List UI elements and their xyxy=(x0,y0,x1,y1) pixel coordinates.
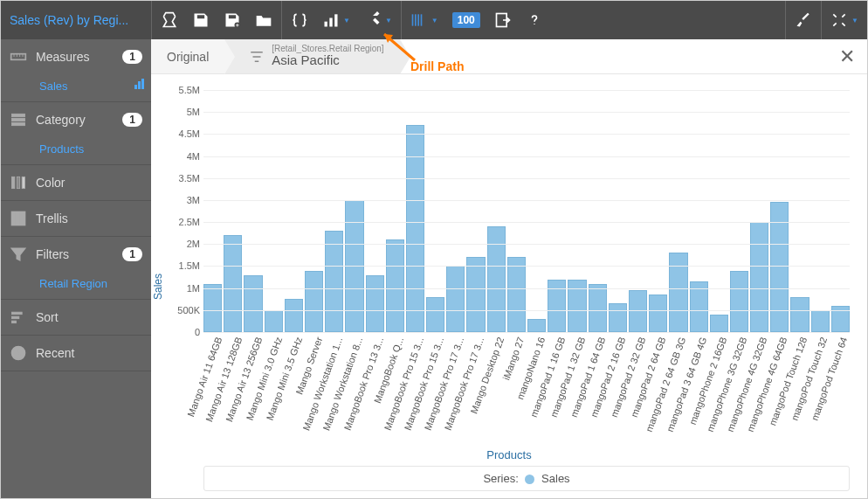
filters-item-region[interactable]: Retail Region xyxy=(1,272,151,299)
filters-panel-header[interactable]: Filters 1 xyxy=(1,237,151,272)
help-icon[interactable] xyxy=(526,11,543,29)
breadcrumb-drill[interactable]: [Retail_Stores.Retail Region] Asia Pacif… xyxy=(224,39,399,73)
bar[interactable] xyxy=(224,235,242,332)
tools-icon[interactable]: ▼ xyxy=(364,11,392,29)
sort-panel-header[interactable]: Sort xyxy=(1,300,151,335)
save-icon[interactable] xyxy=(192,11,210,29)
svg-rect-22 xyxy=(12,321,17,323)
x-axis-labels: Mango Air 11 64GBMango Air 13 128GBMango… xyxy=(203,332,850,437)
color-panel-header[interactable]: Color xyxy=(1,165,151,200)
bar[interactable] xyxy=(487,226,506,332)
bar[interactable] xyxy=(527,319,546,332)
save-as-icon[interactable] xyxy=(224,11,241,29)
legend-swatch xyxy=(525,475,534,484)
y-tick: 4M xyxy=(169,151,200,162)
export-icon[interactable] xyxy=(494,11,512,29)
bar[interactable] xyxy=(811,310,830,332)
recent-label: Recent xyxy=(36,346,142,360)
svg-rect-20 xyxy=(12,312,23,315)
y-tick: 1M xyxy=(169,283,200,294)
y-axis-title: Sales xyxy=(152,273,164,299)
bar[interactable] xyxy=(507,257,526,332)
y-tick: 0 xyxy=(169,327,200,337)
funnel-icon xyxy=(10,246,27,263)
svg-rect-5 xyxy=(415,14,417,25)
bar[interactable] xyxy=(690,281,708,332)
measures-count-badge: 1 xyxy=(122,50,142,64)
y-tick: 5.5M xyxy=(169,85,200,95)
sort-label: Sort xyxy=(36,310,142,324)
bar[interactable] xyxy=(366,275,384,332)
svg-rect-16 xyxy=(12,177,15,188)
bar[interactable] xyxy=(790,297,809,332)
svg-rect-19 xyxy=(12,212,25,225)
bar[interactable] xyxy=(386,239,404,332)
bar[interactable] xyxy=(305,271,323,333)
bar[interactable] xyxy=(730,271,748,333)
bar[interactable] xyxy=(466,257,485,332)
sampling-icon[interactable]: ▼ xyxy=(410,11,438,29)
svg-rect-12 xyxy=(141,79,144,89)
bar[interactable] xyxy=(750,222,768,332)
svg-rect-15 xyxy=(12,122,25,125)
svg-rect-13 xyxy=(12,114,25,116)
bar[interactable] xyxy=(649,295,667,332)
y-tick: 5M xyxy=(169,107,200,117)
chart-type-icon[interactable]: ▼ xyxy=(322,11,350,29)
brush-icon[interactable] xyxy=(795,11,812,29)
trellis-label: Trellis xyxy=(36,211,142,225)
bar[interactable] xyxy=(285,299,303,332)
svg-rect-18 xyxy=(22,177,24,188)
app-title: Sales (Rev) by Regi... xyxy=(1,13,151,27)
svg-rect-10 xyxy=(134,85,137,89)
measures-panel-header[interactable]: Measures 1 xyxy=(1,39,151,74)
bar[interactable] xyxy=(203,284,222,332)
bar[interactable] xyxy=(629,290,647,332)
open-folder-icon[interactable] xyxy=(255,11,272,29)
close-icon[interactable]: ✕ xyxy=(839,45,855,68)
color-label: Color xyxy=(36,176,142,190)
svg-rect-21 xyxy=(12,316,19,319)
svg-rect-1 xyxy=(325,22,327,27)
bar[interactable] xyxy=(669,253,687,332)
trellis-icon xyxy=(10,210,27,227)
recent-panel-header[interactable]: Recent xyxy=(1,336,151,371)
recycle-icon[interactable] xyxy=(161,11,178,29)
breadcrumb: Original [Retail_Stores.Retail Region] A… xyxy=(151,39,867,74)
stack-icon xyxy=(10,111,27,128)
bar[interactable] xyxy=(609,303,627,332)
bar[interactable] xyxy=(265,310,283,332)
svg-rect-7 xyxy=(421,14,423,25)
sampling-value[interactable]: 100 xyxy=(452,12,480,28)
chart: Sales 0500K1M1.5M2M2.5M3M3.5M4M4.5M5M5.5… xyxy=(151,74,867,498)
legend: Series: Sales xyxy=(203,466,850,491)
svg-rect-9 xyxy=(11,54,26,60)
bar[interactable] xyxy=(325,231,343,332)
trellis-panel-header[interactable]: Trellis xyxy=(1,201,151,236)
breadcrumb-drill-value: Asia Pacific xyxy=(272,53,383,68)
x-axis-title: Products xyxy=(486,448,531,461)
bar[interactable] xyxy=(426,297,444,332)
clock-icon xyxy=(10,344,27,362)
measures-item-sales[interactable]: Sales xyxy=(1,74,151,101)
magic-collapse-icon[interactable]: ▼ xyxy=(830,11,858,29)
filters-label: Filters xyxy=(36,247,122,261)
top-toolbar: Sales (Rev) by Regi... ▼ ▼ ▼ 100 ▼ xyxy=(1,1,867,39)
bar[interactable] xyxy=(589,284,607,332)
sidebar: Measures 1 Sales Category 1 Products Col… xyxy=(1,39,151,498)
y-tick: 2.5M xyxy=(169,217,200,227)
y-tick: 500K xyxy=(169,305,200,315)
svg-rect-3 xyxy=(334,14,337,26)
braces-icon[interactable] xyxy=(291,11,308,29)
svg-rect-14 xyxy=(12,118,25,121)
bar[interactable] xyxy=(244,275,262,332)
y-tick: 3.5M xyxy=(169,173,200,184)
svg-rect-4 xyxy=(412,14,414,25)
bar[interactable] xyxy=(710,315,728,332)
category-panel-header[interactable]: Category 1 xyxy=(1,102,151,137)
mini-bar-icon xyxy=(134,78,146,90)
category-item-products[interactable]: Products xyxy=(1,137,151,164)
breadcrumb-original[interactable]: Original xyxy=(151,39,224,73)
plot-area: 0500K1M1.5M2M2.5M3M3.5M4M4.5M5M5.5M xyxy=(203,90,850,332)
bar[interactable] xyxy=(446,266,465,332)
